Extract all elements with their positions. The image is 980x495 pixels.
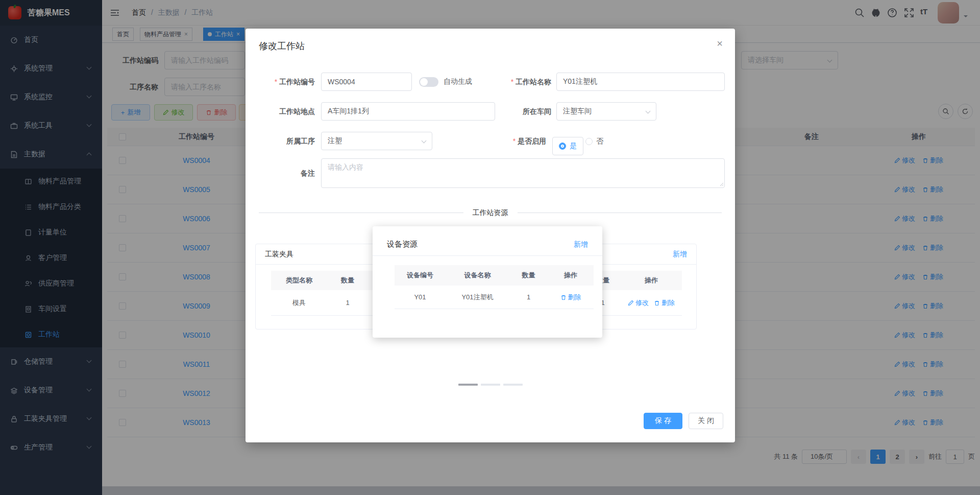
carousel-indicators — [246, 384, 735, 386]
dialog-close-icon[interactable]: × — [717, 38, 723, 50]
autogen-label: 自动生成 — [444, 77, 472, 86]
process-label: 所属工序 — [246, 132, 315, 150]
trash-icon — [654, 300, 660, 306]
name-input[interactable] — [556, 73, 725, 91]
equipment-resource-popup: 设备资源 新增 设备编号 设备名称 数量 操作 Y01 Y01注塑机 1 删除 — [373, 226, 602, 338]
autogen-toggle[interactable] — [419, 77, 438, 87]
code-input[interactable] — [321, 73, 412, 91]
code-label: 工作站编号 — [246, 73, 315, 91]
remark-textarea[interactable] — [321, 158, 725, 188]
section-divider-title: 工作站资源 — [246, 208, 735, 218]
carousel-indicator[interactable] — [503, 384, 523, 386]
carousel-indicator[interactable] — [481, 384, 500, 386]
workshop-select[interactable]: 注塑车间 — [556, 102, 656, 121]
enabled-yes-radio[interactable]: 是 — [552, 137, 583, 155]
popup-delete-link[interactable]: 删除 — [560, 293, 581, 302]
enabled-label: 是否启用 — [482, 132, 546, 150]
chevron-down-icon — [422, 138, 427, 144]
location-label: 工作站地点 — [246, 102, 315, 121]
enabled-no-radio[interactable]: 否 — [585, 137, 603, 146]
radio-icon — [559, 143, 566, 150]
equipment-delete-link[interactable]: 删除 — [654, 298, 675, 308]
close-button[interactable]: 关 闭 — [689, 413, 723, 429]
process-select[interactable]: 注塑 — [321, 132, 432, 150]
chevron-down-icon — [646, 109, 651, 114]
workshop-label: 所在车间 — [482, 102, 551, 121]
resize-grip-icon[interactable] — [719, 182, 724, 186]
popup-row: Y01 Y01注塑机 1 删除 — [395, 286, 594, 309]
trash-icon — [560, 294, 567, 300]
popup-table: 设备编号 设备名称 数量 操作 Y01 Y01注塑机 1 删除 — [395, 265, 594, 309]
radio-icon — [585, 138, 593, 145]
name-label: 工作站名称 — [482, 73, 551, 91]
popup-title: 设备资源 — [387, 240, 418, 249]
fixture-card-title: 工装夹具 — [265, 250, 293, 259]
pencil-icon — [628, 300, 634, 306]
carousel-indicator[interactable] — [458, 384, 478, 386]
location-input[interactable] — [321, 102, 495, 121]
equipment-add-link[interactable]: 新增 — [673, 250, 687, 259]
save-button[interactable]: 保 存 — [644, 413, 682, 429]
dialog-title: 修改工作站 — [259, 40, 305, 52]
remark-label: 备注 — [246, 164, 315, 182]
equipment-edit-link[interactable]: 修改 — [628, 298, 649, 308]
popup-add-link[interactable]: 新增 — [574, 240, 588, 249]
